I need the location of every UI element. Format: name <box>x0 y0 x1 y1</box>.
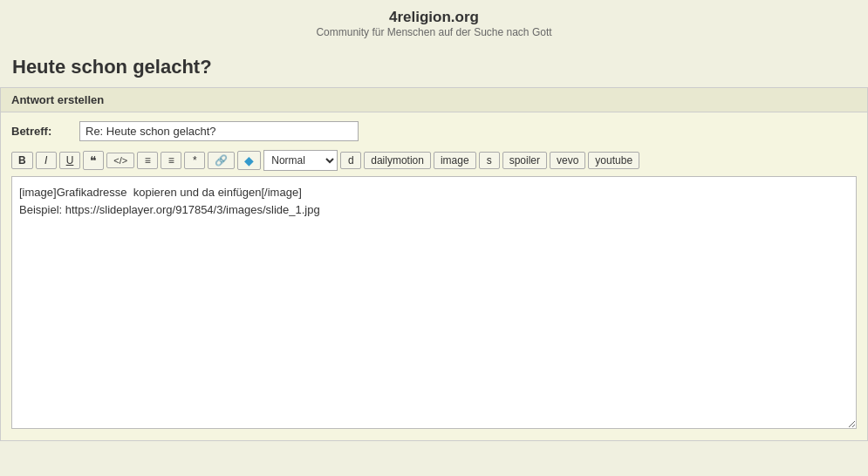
dailymotion-button[interactable]: dailymotion <box>364 152 431 169</box>
reply-form-panel: Antwort erstellen Betreff: B I U ❝ </> ≡… <box>0 87 868 441</box>
subject-label: Betreff: <box>11 125 72 138</box>
header: 4religion.org Community für Menschen auf… <box>0 0 868 45</box>
subject-input[interactable] <box>79 121 359 141</box>
form-body: Betreff: B I U ❝ </> ≡ ≡ * 🔗 ◆ Normal He… <box>1 112 867 440</box>
italic-button[interactable]: I <box>36 152 57 169</box>
spoiler-button[interactable]: spoiler <box>502 152 547 169</box>
format-select[interactable]: Normal Heading 1 Heading 2 Heading 3 <box>263 150 338 171</box>
list-ordered-button[interactable]: ≡ <box>161 152 181 169</box>
image-button[interactable]: image <box>434 152 476 169</box>
vevo-button[interactable]: vevo <box>550 152 585 169</box>
panel-header: Antwort erstellen <box>1 88 867 112</box>
color-button[interactable]: ◆ <box>237 151 261 170</box>
code-button[interactable]: </> <box>106 153 134 168</box>
site-title: 4religion.org <box>0 9 868 26</box>
asterisk-button[interactable]: * <box>184 152 205 169</box>
list-unordered-button[interactable]: ≡ <box>137 152 158 169</box>
d-button[interactable]: d <box>340 152 361 169</box>
bold-button[interactable]: B <box>11 152 33 169</box>
link-button[interactable]: 🔗 <box>208 152 235 169</box>
editor-textarea[interactable] <box>11 176 857 429</box>
subject-row: Betreff: <box>11 121 857 141</box>
editor-toolbar: B I U ❝ </> ≡ ≡ * 🔗 ◆ Normal Heading 1 H… <box>11 150 857 171</box>
site-subtitle: Community für Menschen auf der Suche nac… <box>0 26 868 38</box>
underline-button[interactable]: U <box>59 152 81 169</box>
s-button[interactable]: s <box>479 152 500 169</box>
page-title: Heute schon gelacht? <box>0 45 868 87</box>
youtube-button[interactable]: youtube <box>588 152 639 169</box>
quote-button[interactable]: ❝ <box>83 151 104 170</box>
